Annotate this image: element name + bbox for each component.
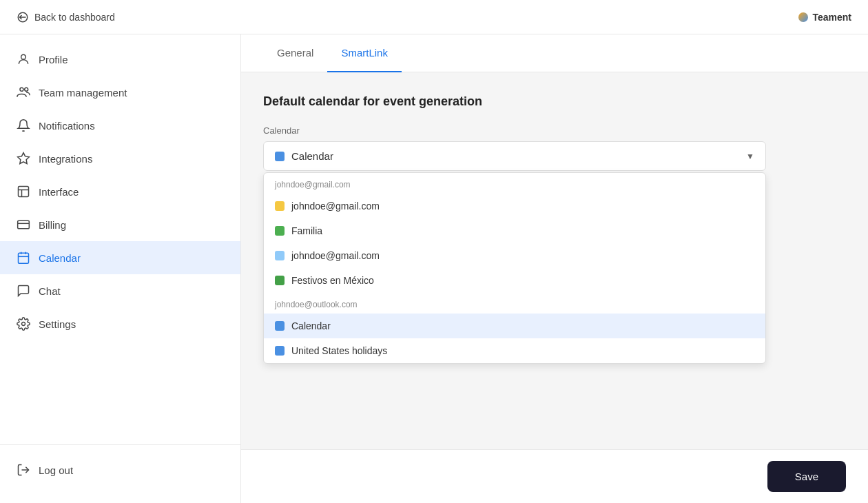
sidebar-item-integrations[interactable]: Integrations: [0, 142, 240, 175]
calendar-field-label: Calendar: [263, 125, 846, 136]
dropdown-option-gmail-main[interactable]: johndoe@gmail.com: [264, 194, 765, 218]
calendar-icon: [17, 251, 30, 265]
svg-point-2: [25, 88, 28, 91]
sidebar-label-logout: Log out: [39, 464, 73, 476]
dropdown-option-familia[interactable]: Familia: [264, 218, 765, 243]
option-color-dot-gmail-secondary: [275, 251, 285, 260]
dropdown-option-us-holidays[interactable]: United States holidays: [264, 338, 765, 363]
chat-icon: [17, 284, 30, 298]
main-panel: Default calendar for event generation Ca…: [241, 72, 868, 449]
sidebar-bottom: Log out: [0, 444, 240, 495]
sidebar-item-logout[interactable]: Log out: [0, 453, 240, 486]
back-to-dashboard-link[interactable]: Back to dashboard: [17, 11, 115, 23]
calendar-dropdown-menu: johndoe@gmail.com johndoe@gmail.com Fami…: [263, 172, 766, 364]
footer: Save: [241, 449, 868, 503]
dropdown-group-outlook: johndoe@outlook.com: [264, 293, 765, 314]
content-area: General SmartLink Default calendar for e…: [241, 34, 868, 503]
svg-rect-9: [19, 253, 29, 263]
chevron-down-icon: ▼: [746, 152, 754, 161]
top-bar: Back to dashboard Teament: [0, 0, 868, 34]
sidebar-label-integrations: Integrations: [39, 153, 92, 165]
sidebar-label-notifications: Notifications: [39, 120, 95, 132]
sidebar-item-interface[interactable]: Interface: [0, 175, 240, 208]
sidebar-item-billing[interactable]: Billing: [0, 208, 240, 241]
back-arrow-icon: [17, 11, 29, 23]
svg-point-1: [20, 88, 23, 91]
dropdown-trigger-left: Calendar: [275, 150, 333, 162]
tabs-bar: General SmartLink: [241, 34, 868, 72]
team-icon: [17, 85, 30, 99]
sidebar-label-profile: Profile: [39, 54, 68, 65]
svg-marker-3: [18, 153, 30, 164]
sidebar-label-chat: Chat: [39, 285, 61, 297]
user-icon: [17, 52, 30, 66]
tab-general[interactable]: General: [263, 34, 327, 72]
sidebar-item-settings[interactable]: Settings: [0, 307, 240, 340]
option-color-dot-us-holidays: [275, 346, 285, 356]
option-label-gmail-main: johndoe@gmail.com: [291, 201, 380, 212]
calendar-dropdown-trigger[interactable]: Calendar ▼: [263, 141, 766, 171]
sidebar-item-team-management[interactable]: Team management: [0, 76, 240, 109]
sidebar-spacer: [0, 340, 240, 444]
option-label-calendar-outlook: Calendar: [291, 320, 331, 331]
sidebar-label-calendar: Calendar: [39, 252, 81, 264]
dropdown-option-festivos[interactable]: Festivos en México: [264, 268, 765, 293]
option-label-us-holidays: United States holidays: [291, 345, 387, 356]
section-title: Default calendar for event generation: [263, 94, 846, 109]
svg-rect-7: [18, 220, 30, 229]
billing-icon: [17, 218, 30, 232]
sidebar-label-billing: Billing: [39, 219, 66, 231]
option-color-dot-familia: [275, 226, 285, 236]
option-color-dot-festivos: [275, 276, 285, 285]
back-label: Back to dashboard: [34, 12, 115, 23]
sidebar-label-interface: Interface: [39, 186, 79, 198]
dropdown-option-calendar-outlook[interactable]: Calendar: [264, 314, 765, 338]
sidebar-item-calendar[interactable]: Calendar: [0, 241, 240, 274]
sidebar-label-team: Team management: [39, 87, 127, 99]
option-color-dot-gmail-main: [275, 201, 285, 211]
brand-icon: [798, 12, 808, 22]
svg-rect-4: [19, 187, 29, 197]
save-button[interactable]: Save: [767, 461, 846, 492]
logout-icon: [17, 463, 30, 477]
sidebar-item-chat[interactable]: Chat: [0, 274, 240, 307]
interface-icon: [17, 185, 30, 198]
option-color-dot-calendar-outlook: [275, 321, 285, 331]
dropdown-group-gmail: johndoe@gmail.com: [264, 173, 765, 194]
svg-point-0: [21, 54, 26, 59]
sidebar-item-profile[interactable]: Profile: [0, 43, 240, 76]
dropdown-selected-value: Calendar: [291, 150, 333, 162]
option-label-gmail-secondary: johndoe@gmail.com: [291, 250, 380, 261]
dropdown-option-gmail-secondary[interactable]: johndoe@gmail.com: [264, 243, 765, 268]
sidebar-item-notifications[interactable]: Notifications: [0, 109, 240, 142]
sidebar: Profile Team management Notifications: [0, 34, 241, 503]
option-label-familia: Familia: [291, 225, 322, 236]
selected-color-dot: [275, 152, 285, 161]
tab-smartlink[interactable]: SmartLink: [327, 34, 402, 72]
bell-icon: [17, 119, 30, 132]
integrations-icon: [17, 152, 30, 165]
option-label-festivos: Festivos en México: [291, 275, 374, 286]
brand: Teament: [798, 12, 851, 23]
brand-name: Teament: [812, 12, 851, 23]
sidebar-label-settings: Settings: [39, 318, 76, 330]
main-layout: Profile Team management Notifications: [0, 34, 868, 503]
settings-icon: [17, 317, 30, 331]
svg-point-13: [22, 322, 25, 326]
